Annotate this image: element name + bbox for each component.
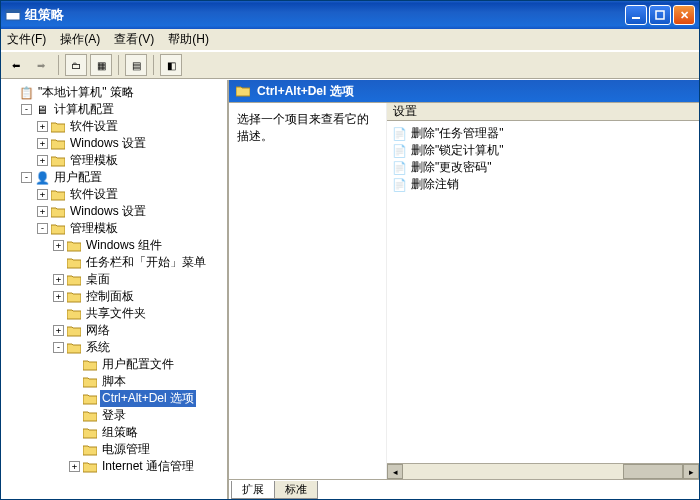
folder-icon: [66, 256, 82, 270]
tree-shared-folders[interactable]: 共享文件夹: [84, 305, 148, 322]
tree-uc-windows[interactable]: Windows 设置: [68, 203, 148, 220]
expand-toggle[interactable]: +: [53, 291, 64, 302]
folder-icon: [50, 154, 66, 168]
expand-toggle[interactable]: +: [53, 240, 64, 251]
toolbar: ⬅ ➡ 🗀 ▦ ▤ ◧: [1, 51, 699, 79]
forward-button[interactable]: ➡: [30, 54, 52, 76]
up-button[interactable]: 🗀: [65, 54, 87, 76]
expand-toggle[interactable]: +: [69, 461, 80, 472]
list-item-label: 删除"更改密码": [411, 159, 492, 176]
folder-icon: [50, 188, 66, 202]
close-button[interactable]: ✕: [673, 5, 695, 25]
horizontal-scrollbar[interactable]: ◂ ▸: [387, 463, 699, 479]
settings-list: 设置 📄删除"任务管理器" 📄删除"锁定计算机" 📄删除"更改密码" 📄删除注销…: [387, 103, 699, 479]
maximize-button[interactable]: [649, 5, 671, 25]
content-title: Ctrl+Alt+Del 选项: [257, 83, 354, 100]
list-item-label: 删除注销: [411, 176, 459, 193]
description-text: 选择一个项目来查看它的描述。: [237, 112, 369, 143]
tree-taskbar[interactable]: 任务栏和「开始」菜单: [84, 254, 208, 271]
menu-bar: 文件(F) 操作(A) 查看(V) 帮助(H): [1, 29, 699, 51]
policy-item-icon: 📄: [391, 161, 407, 175]
list-item[interactable]: 📄删除"更改密码": [389, 159, 697, 176]
folder-icon: [82, 426, 98, 440]
list-item[interactable]: 📄删除"任务管理器": [389, 125, 697, 142]
expand-toggle[interactable]: +: [53, 325, 64, 336]
expand-toggle[interactable]: +: [53, 274, 64, 285]
tab-standard[interactable]: 标准: [274, 481, 318, 499]
content-header: Ctrl+Alt+Del 选项: [229, 80, 699, 102]
tree-internet-comm[interactable]: Internet 通信管理: [100, 458, 196, 475]
tree-win-components[interactable]: Windows 组件: [84, 237, 164, 254]
user-config-icon: 👤: [34, 171, 50, 185]
scroll-right-button[interactable]: ▸: [683, 464, 699, 479]
folder-icon: [82, 392, 98, 406]
list-item-label: 删除"锁定计算机": [411, 142, 504, 159]
tree-scripts[interactable]: 脚本: [100, 373, 128, 390]
policy-icon: 📋: [18, 86, 34, 100]
scroll-left-button[interactable]: ◂: [387, 464, 403, 479]
tree-uc-software[interactable]: 软件设置: [68, 186, 120, 203]
tree-network[interactable]: 网络: [84, 322, 112, 339]
list-item-label: 删除"任务管理器": [411, 125, 504, 142]
expand-toggle[interactable]: -: [21, 104, 32, 115]
svg-rect-2: [632, 17, 640, 19]
menu-view[interactable]: 查看(V): [114, 31, 154, 48]
folder-icon: [66, 273, 82, 287]
properties-button[interactable]: ▤: [125, 54, 147, 76]
tree-control-panel[interactable]: 控制面板: [84, 288, 136, 305]
list-item[interactable]: 📄删除"锁定计算机": [389, 142, 697, 159]
expand-toggle[interactable]: +: [37, 121, 48, 132]
expand-toggle[interactable]: +: [37, 138, 48, 149]
tree-cc-windows[interactable]: Windows 设置: [68, 135, 148, 152]
back-button[interactable]: ⬅: [5, 54, 27, 76]
expand-toggle[interactable]: -: [21, 172, 32, 183]
folder-icon: [82, 375, 98, 389]
minimize-button[interactable]: [625, 5, 647, 25]
folder-icon: [82, 409, 98, 423]
folder-icon: [82, 460, 98, 474]
menu-action[interactable]: 操作(A): [60, 31, 100, 48]
tree-user-config[interactable]: 用户配置: [52, 169, 104, 186]
expand-toggle[interactable]: +: [37, 189, 48, 200]
expand-toggle[interactable]: -: [53, 342, 64, 353]
tree-group-policy[interactable]: 组策略: [100, 424, 140, 441]
app-icon: [5, 7, 21, 23]
show-tree-button[interactable]: ▦: [90, 54, 112, 76]
tree-computer-config[interactable]: 计算机配置: [52, 101, 116, 118]
expand-toggle[interactable]: +: [37, 155, 48, 166]
column-header-setting[interactable]: 设置: [387, 103, 699, 121]
tree-root[interactable]: "本地计算机" 策略: [36, 84, 136, 101]
tree-power[interactable]: 电源管理: [100, 441, 152, 458]
view-tabs: 扩展 标准: [229, 479, 699, 499]
folder-icon: [66, 290, 82, 304]
scroll-thumb[interactable]: [623, 464, 683, 479]
nav-tree[interactable]: 📋"本地计算机" 策略 -🖥计算机配置 +软件设置 +Windows 设置 +管…: [1, 80, 229, 499]
menu-file[interactable]: 文件(F): [7, 31, 46, 48]
folder-icon: [50, 222, 66, 236]
tree-desktop[interactable]: 桌面: [84, 271, 112, 288]
folder-icon: [66, 239, 82, 253]
tree-cc-admin[interactable]: 管理模板: [68, 152, 120, 169]
policy-item-icon: 📄: [391, 144, 407, 158]
tree-user-profiles[interactable]: 用户配置文件: [100, 356, 176, 373]
tree-uc-admin[interactable]: 管理模板: [68, 220, 120, 237]
tree-logon[interactable]: 登录: [100, 407, 128, 424]
tree-system[interactable]: 系统: [84, 339, 112, 356]
tab-extended[interactable]: 扩展: [231, 481, 275, 499]
tree-ctrl-alt-del[interactable]: Ctrl+Alt+Del 选项: [100, 390, 196, 407]
folder-icon: [50, 120, 66, 134]
expand-toggle[interactable]: -: [37, 223, 48, 234]
folder-open-icon: [235, 84, 251, 98]
refresh-button[interactable]: ◧: [160, 54, 182, 76]
expand-toggle[interactable]: +: [37, 206, 48, 217]
computer-config-icon: 🖥: [34, 103, 50, 117]
policy-item-icon: 📄: [391, 127, 407, 141]
svg-rect-1: [6, 10, 20, 13]
window-titlebar[interactable]: 组策略 ✕: [1, 1, 699, 29]
svg-rect-3: [656, 11, 664, 19]
menu-help[interactable]: 帮助(H): [168, 31, 209, 48]
folder-icon: [82, 443, 98, 457]
policy-item-icon: 📄: [391, 178, 407, 192]
list-item[interactable]: 📄删除注销: [389, 176, 697, 193]
tree-cc-software[interactable]: 软件设置: [68, 118, 120, 135]
